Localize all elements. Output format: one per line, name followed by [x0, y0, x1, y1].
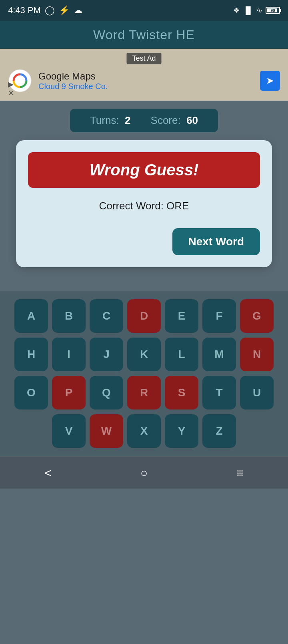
key-t[interactable]: T	[202, 376, 236, 409]
wrong-guess-banner: Wrong Guess!	[28, 152, 260, 188]
score-display: Score: 60	[151, 114, 198, 127]
keyboard-row: HIJKLMN	[4, 338, 284, 371]
ad-close-icon[interactable]: ✕	[8, 89, 14, 97]
key-c[interactable]: C	[90, 299, 123, 333]
key-f[interactable]: F	[202, 299, 236, 333]
score-value: 60	[186, 114, 198, 126]
battery-icon: 90	[266, 7, 280, 14]
key-l[interactable]: L	[165, 338, 198, 371]
key-b[interactable]: B	[52, 299, 86, 333]
keyboard-row: VWXYZ	[4, 414, 284, 448]
keyboard-row: ABCDEFG	[4, 299, 284, 333]
next-word-button[interactable]: Next Word	[172, 228, 260, 255]
key-x[interactable]: X	[127, 414, 161, 448]
key-d[interactable]: D	[127, 299, 161, 333]
key-k[interactable]: K	[127, 338, 161, 371]
key-g[interactable]: G	[240, 299, 274, 333]
keyboard: ABCDEFGHIJKLMNOPQRSTUVWXYZ	[0, 291, 288, 457]
ad-company-name: Google Maps	[38, 71, 260, 82]
result-dialog: Wrong Guess! Correct Word: ORE Next Word	[16, 140, 272, 267]
key-q[interactable]: Q	[90, 376, 123, 409]
dialog-bottom: Next Word	[28, 228, 260, 255]
key-i[interactable]: I	[52, 338, 86, 371]
whatsapp-icon: ◯	[45, 5, 55, 16]
ad-label: Test Ad	[126, 53, 161, 64]
turns-display: Turns: 2	[90, 114, 131, 127]
ad-play-icon[interactable]: ▶	[8, 81, 14, 88]
key-z[interactable]: Z	[202, 414, 236, 448]
key-y[interactable]: Y	[165, 414, 198, 448]
key-n[interactable]: N	[240, 338, 274, 371]
cloud-icon: ☁	[74, 5, 82, 16]
key-j[interactable]: J	[90, 338, 123, 371]
status-bar: 4:43 PM ◯ ⚡ ☁ ❖ ▐▌ ∿ 90	[0, 0, 288, 21]
battery-percent: 90	[270, 8, 275, 13]
key-u[interactable]: U	[240, 376, 274, 409]
key-r[interactable]: R	[127, 376, 161, 409]
score-bar: Turns: 2 Score: 60	[0, 101, 288, 140]
key-a[interactable]: A	[14, 299, 48, 333]
vibrate-icon: ❖	[233, 6, 240, 15]
dialog-overlay: Wrong Guess! Correct Word: ORE Next Word	[0, 140, 288, 279]
correct-word-value: ORE	[166, 200, 189, 212]
key-s[interactable]: S	[165, 376, 198, 409]
score-box: Turns: 2 Score: 60	[70, 109, 218, 132]
app-title-bar: Word Twister HE	[0, 21, 288, 49]
key-m[interactable]: M	[202, 338, 236, 371]
key-v[interactable]: V	[52, 414, 86, 448]
ad-banner: Test Ad Google Maps Cloud 9 Smoke Co. ➤ …	[0, 49, 288, 101]
ad-controls: ▶ ✕	[8, 81, 14, 97]
correct-word-prefix: Correct Word:	[99, 200, 167, 212]
signal-icon: ▐▌	[243, 6, 253, 15]
correct-word-display: Correct Word: ORE	[28, 200, 260, 212]
turns-value: 2	[125, 114, 130, 126]
app-title: Word Twister HE	[93, 28, 195, 42]
back-button[interactable]: <	[44, 466, 52, 480]
status-bar-right: ❖ ▐▌ ∿ 90	[233, 6, 280, 15]
keyboard-row: OPQRSTU	[4, 376, 284, 409]
nav-bar: < ○ ≡	[0, 457, 288, 489]
menu-button[interactable]: ≡	[236, 466, 244, 480]
key-p[interactable]: P	[52, 376, 86, 409]
status-bar-left: 4:43 PM ◯ ⚡ ☁	[8, 5, 82, 16]
time-display: 4:43 PM	[8, 5, 41, 16]
key-w[interactable]: W	[90, 414, 123, 448]
wifi-icon: ∿	[256, 6, 262, 15]
key-o[interactable]: O	[14, 376, 48, 409]
turns-label: Turns:	[90, 114, 119, 126]
ad-description: Cloud 9 Smoke Co.	[38, 82, 260, 91]
wrong-guess-text: Wrong Guess!	[90, 161, 199, 179]
ad-content: Google Maps Cloud 9 Smoke Co. ➤	[8, 69, 280, 93]
svg-point-1	[18, 78, 22, 83]
home-button[interactable]: ○	[140, 466, 148, 480]
usb-icon: ⚡	[59, 5, 70, 16]
ad-navigation-icon[interactable]: ➤	[260, 71, 280, 91]
ad-text-block: Google Maps Cloud 9 Smoke Co.	[38, 71, 260, 91]
key-e[interactable]: E	[165, 299, 198, 333]
score-label: Score:	[151, 114, 181, 126]
key-h[interactable]: H	[14, 338, 48, 371]
